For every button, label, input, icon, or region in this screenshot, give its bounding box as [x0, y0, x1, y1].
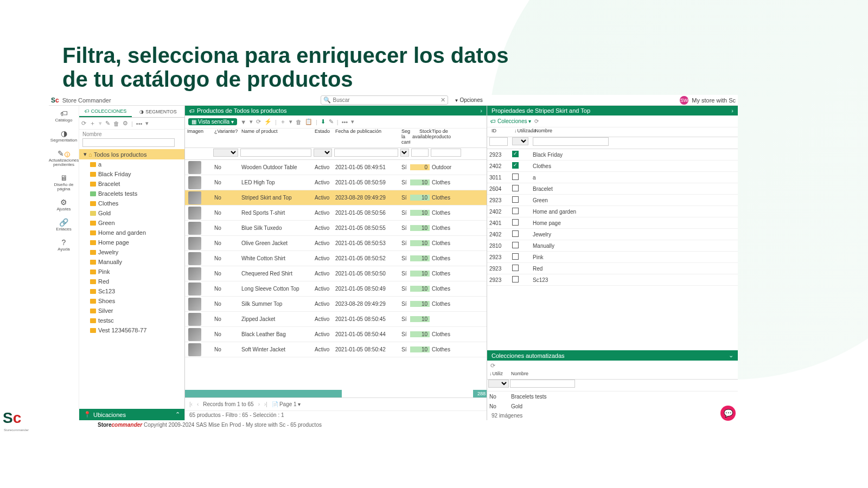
filter-id[interactable] — [489, 137, 508, 146]
props-row[interactable]: 2604Bracelet — [487, 183, 738, 195]
table-row[interactable]: NoLED High TopActivo 2021-01-05 08:50:59… — [185, 175, 487, 190]
more-icon[interactable]: ••• — [136, 120, 143, 127]
tree-item[interactable]: Home and garden — [79, 228, 184, 237]
vnav-item[interactable]: ◑Segmentation — [50, 128, 77, 144]
vnav-item[interactable]: 🔗Enlaces — [56, 217, 71, 233]
refresh-icon[interactable]: ⟳ — [490, 362, 495, 369]
table-row[interactable]: NoLong Sleeve Cotton TopActivo 2021-01-0… — [185, 281, 487, 297]
table-row[interactable]: NoStriped Skirt and TopActivo 2023-08-28… — [185, 190, 487, 206]
avatar[interactable]: SW — [680, 96, 688, 105]
filter-seguir[interactable] — [400, 149, 409, 157]
auto-row[interactable]: NoBracelets tests — [487, 391, 738, 401]
colecciones-dropdown[interactable]: 🏷Colecciones▾ — [490, 118, 531, 124]
refresh-icon[interactable]: ⟳ — [534, 118, 539, 124]
table-row[interactable]: NoSilk Summer TopActivo 2023-08-28 09:49… — [185, 297, 487, 312]
tree-item[interactable]: Home page — [79, 237, 184, 247]
refresh-icon[interactable]: ⟳ — [81, 120, 86, 127]
global-search[interactable]: 🔍 ✕ — [321, 95, 448, 105]
funnel-icon[interactable]: ▼ — [240, 119, 246, 125]
ubicaciones-panel-header[interactable]: 📍 Ubicaciones ⌃ — [79, 409, 184, 420]
edit-icon[interactable]: ✎ — [329, 118, 334, 125]
table-row[interactable]: NoWooden Outdoor TableActivo 2021-01-05 … — [185, 160, 487, 175]
tree-item[interactable]: Manually — [79, 257, 184, 267]
trash-icon[interactable]: 🗑 — [296, 119, 302, 125]
table-row[interactable]: NoWhite Cotton ShirtActivo 2021-01-05 08… — [185, 251, 487, 266]
chat-fab[interactable]: 💬 — [720, 406, 736, 421]
table-row[interactable]: NoZipped JacketActivo 2021-01-05 08:50:4… — [185, 312, 487, 327]
filter-estado[interactable] — [314, 149, 332, 157]
props-row[interactable]: 2923Sc123 — [487, 274, 738, 286]
refresh-icon[interactable]: ⟳ — [256, 118, 261, 125]
vnav-item[interactable]: ⚙Ajustes — [56, 197, 71, 213]
archive-icon[interactable]: 📋 — [305, 118, 312, 125]
gear-icon[interactable]: ⚙ — [123, 120, 128, 127]
checkbox[interactable] — [512, 185, 519, 191]
bolt-icon[interactable]: ⚡ — [264, 118, 272, 125]
trash-icon[interactable]: 🗑 — [113, 120, 119, 127]
tree-item[interactable]: Gold — [79, 208, 184, 218]
filter-prop-name[interactable] — [533, 137, 609, 146]
vnav-item[interactable]: 🖥Diseño de página — [49, 172, 79, 192]
checkbox[interactable] — [512, 230, 519, 237]
props-row[interactable]: 2402Clothes — [487, 160, 738, 172]
tree-root[interactable]: ▾ Todos los productos — [79, 149, 184, 159]
filter-fecha[interactable] — [334, 149, 398, 157]
props-row[interactable]: 2923Green — [487, 195, 738, 206]
tree-item[interactable]: a — [79, 159, 184, 169]
export-icon[interactable]: ⬇ — [321, 118, 326, 125]
table-row[interactable]: NoBlack Leather BagActivo 2021-01-05 08:… — [185, 327, 487, 342]
add-icon[interactable]: ＋ — [280, 118, 286, 126]
tree-item[interactable]: Vest 12345678-77 — [79, 325, 184, 335]
filter-name[interactable] — [240, 149, 311, 157]
table-row[interactable]: NoSoft Winter JacketActivo 2021-01-05 08… — [185, 342, 487, 357]
tree-item[interactable]: Bracelet — [79, 179, 184, 189]
table-row[interactable]: NoOlive Green JacketActivo 2021-01-05 08… — [185, 236, 487, 251]
checkbox[interactable] — [512, 196, 519, 203]
tree-item[interactable]: Sc123 — [79, 286, 184, 296]
table-row[interactable]: NoRed Sports T-shirtActivo 2021-01-05 08… — [185, 206, 487, 221]
filter-auto-name[interactable] — [510, 380, 575, 388]
props-row[interactable]: 2923Black Friday — [487, 149, 738, 160]
auto-row[interactable]: NoGold — [487, 401, 738, 411]
tree-item[interactable]: Pink — [79, 267, 184, 277]
vnav-item[interactable]: ?Ayuda — [58, 237, 70, 253]
tree-item[interactable]: Green — [79, 218, 184, 228]
props-row[interactable]: 2923Red — [487, 263, 738, 274]
tree-item[interactable]: Black Friday — [79, 169, 184, 179]
table-row[interactable]: NoBlue Silk TuxedoActivo 2021-01-05 08:5… — [185, 221, 487, 236]
tree-item[interactable]: Red — [79, 277, 184, 286]
pager-last[interactable]: ›| — [264, 401, 267, 407]
pager-next[interactable]: › — [258, 401, 260, 407]
pager-prev[interactable]: ‹ — [197, 401, 199, 407]
search-input[interactable] — [333, 97, 436, 103]
props-row[interactable]: 2402Home and garden — [487, 206, 738, 217]
checkbox[interactable] — [512, 151, 519, 157]
horizontal-scrollbar[interactable]: 288 — [185, 390, 487, 397]
table-row[interactable]: NoChequered Red ShirtActivo 2021-01-05 0… — [185, 266, 487, 281]
clear-search-icon[interactable]: ✕ — [441, 97, 445, 104]
chevron-right-icon[interactable]: › — [480, 107, 482, 114]
filter-auto-util[interactable] — [488, 380, 509, 388]
vnav-item[interactable]: ✎3Actualizaciones pendientes — [49, 148, 79, 168]
add-icon[interactable]: ＋ — [90, 119, 95, 127]
checkbox[interactable] — [512, 276, 519, 282]
props-row[interactable]: 2402Jewelry — [487, 229, 738, 240]
tab-segmentos[interactable]: ◑SEGMENTOS — [132, 106, 184, 117]
checkbox[interactable] — [512, 162, 519, 169]
tree-item[interactable]: testsc — [79, 316, 184, 325]
filter-stock[interactable] — [411, 149, 429, 157]
page-selector[interactable]: 📄Page 1▾ — [272, 401, 301, 407]
auto-collections-header[interactable]: Colecciones automatizadas ⌄ — [487, 350, 738, 361]
tab-colecciones[interactable]: 🏷COLECCIONES — [79, 106, 132, 117]
props-row[interactable]: 2923Pink — [487, 252, 738, 263]
tree-item[interactable]: Bracelets tests — [79, 189, 184, 198]
pager-first[interactable]: |‹ — [189, 401, 193, 407]
filter-used[interactable] — [512, 137, 528, 145]
checkbox[interactable] — [512, 253, 519, 260]
edit-icon[interactable]: ✎ — [105, 120, 110, 127]
filter-variante[interactable] — [213, 149, 238, 157]
props-row[interactable]: 2810Manually — [487, 240, 738, 252]
view-mode-selector[interactable]: ▦Vista sencilla▾ — [188, 118, 237, 125]
options-button[interactable]: Opciones — [455, 97, 483, 103]
checkbox[interactable] — [512, 242, 519, 248]
